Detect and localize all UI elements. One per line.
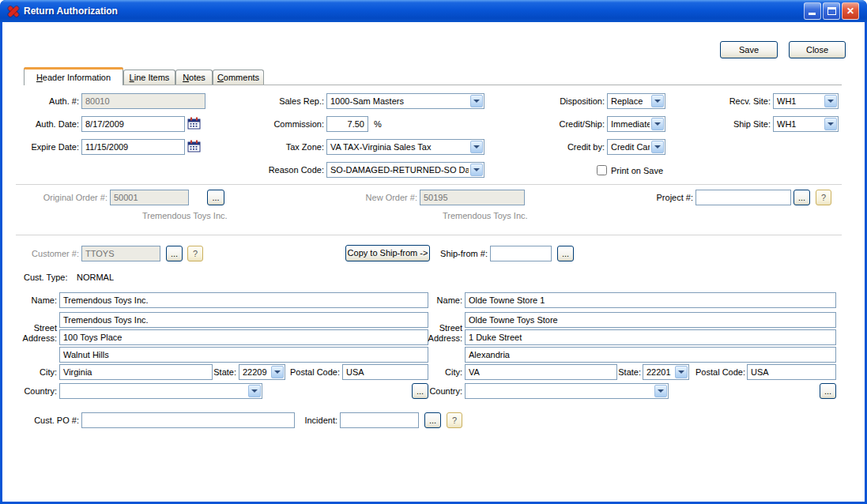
percent-label: % bbox=[374, 116, 390, 132]
title-bar: Return Authorization ✕ bbox=[0, 0, 867, 22]
chevron-down-icon bbox=[651, 95, 664, 107]
commission-field[interactable] bbox=[326, 116, 368, 132]
new-order-field[interactable] bbox=[420, 190, 525, 205]
calendar-icon bbox=[187, 140, 201, 152]
tab-baseline bbox=[24, 85, 842, 85]
return-authorization-window: Return Authorization ✕ Save Close Header… bbox=[0, 0, 867, 504]
recv-site-label: Recv. Site: bbox=[692, 93, 771, 109]
close-button[interactable]: Close bbox=[789, 41, 846, 58]
shipfrom-city-label: City: bbox=[405, 364, 462, 380]
billto-name-label: Name: bbox=[0, 292, 57, 308]
calendar-icon bbox=[187, 117, 201, 130]
maximize-icon bbox=[827, 7, 836, 15]
billto-address-line1-field[interactable] bbox=[59, 312, 428, 328]
shipfrom-country-select[interactable] bbox=[465, 383, 669, 399]
tab-line-items[interactable]: Line Items bbox=[123, 70, 175, 85]
save-button[interactable]: Save bbox=[720, 41, 778, 58]
chevron-down-icon bbox=[824, 118, 837, 130]
auth-number-label: Auth. #: bbox=[0, 93, 79, 109]
minimize-button[interactable] bbox=[804, 2, 821, 20]
billto-address-line3-field[interactable] bbox=[59, 347, 428, 363]
auth-date-label: Auth. Date: bbox=[0, 116, 79, 132]
expire-date-calendar-button[interactable] bbox=[187, 140, 202, 155]
recv-site-select[interactable]: WH1 bbox=[773, 93, 839, 109]
print-on-save-checkbox[interactable] bbox=[597, 165, 607, 175]
customer-number-label: Customer #: bbox=[0, 246, 79, 261]
incident-info-button[interactable]: ? bbox=[447, 412, 462, 428]
customer-type-label: Cust. Type: bbox=[24, 269, 73, 285]
expire-date-field[interactable] bbox=[81, 139, 185, 155]
shipfrom-postal-field[interactable] bbox=[747, 364, 836, 380]
commission-label: Commission: bbox=[245, 116, 324, 132]
billto-address-line2-field[interactable] bbox=[59, 329, 428, 345]
shipfrom-address-lookup-button[interactable]: ... bbox=[820, 383, 836, 399]
incident-lookup-button[interactable]: ... bbox=[424, 412, 441, 428]
original-order-label: Original Order #: bbox=[0, 190, 107, 205]
project-number-field[interactable] bbox=[695, 190, 791, 205]
customer-info-button[interactable]: ? bbox=[187, 246, 203, 261]
tab-header-information[interactable]: Header Information bbox=[24, 67, 123, 85]
close-window-button[interactable]: ✕ bbox=[842, 2, 859, 20]
ship-from-lookup-button[interactable]: ... bbox=[557, 246, 574, 261]
project-info-button[interactable]: ? bbox=[816, 190, 831, 205]
auth-date-calendar-button[interactable] bbox=[187, 117, 202, 132]
shipfrom-name-label: Name: bbox=[405, 292, 462, 308]
section-divider bbox=[16, 184, 842, 185]
maximize-button[interactable] bbox=[823, 2, 840, 20]
sales-rep-label: Sales Rep.: bbox=[245, 93, 324, 109]
billto-state-label: State: bbox=[189, 364, 236, 380]
print-on-save-label: Print on Save bbox=[611, 163, 682, 179]
credit-ship-select[interactable]: Immediately bbox=[607, 116, 665, 132]
billto-country-select[interactable] bbox=[59, 383, 262, 399]
billto-street-label: Street Address: bbox=[9, 323, 57, 344]
shipfrom-state-select[interactable]: 22201 bbox=[643, 364, 689, 380]
ship-from-number-label: Ship-from #: bbox=[409, 246, 488, 261]
reason-code-select[interactable]: SO-DAMAGED-RETURNED-SO Damage bbox=[326, 162, 484, 178]
customer-lookup-button[interactable]: ... bbox=[166, 246, 183, 261]
shipfrom-name-field[interactable] bbox=[465, 292, 836, 308]
shipfrom-address-line1-field[interactable] bbox=[465, 312, 836, 328]
original-order-field[interactable] bbox=[110, 190, 189, 205]
project-lookup-button[interactable]: ... bbox=[793, 190, 810, 205]
billto-city-label: City: bbox=[0, 364, 57, 380]
chevron-down-icon bbox=[470, 141, 483, 153]
original-order-lookup-button[interactable]: ... bbox=[207, 190, 224, 205]
credit-by-select[interactable]: Credit Card bbox=[607, 139, 665, 155]
reason-code-label: Reason Code: bbox=[245, 162, 324, 178]
credit-by-label: Credit by: bbox=[526, 139, 605, 155]
auth-date-field[interactable] bbox=[81, 116, 185, 132]
credit-ship-label: Credit/Ship: bbox=[526, 116, 605, 132]
ship-from-number-field[interactable] bbox=[490, 246, 552, 261]
tab-notes[interactable]: Notes bbox=[175, 70, 213, 85]
sales-rep-select[interactable]: 1000-Sam Masters bbox=[326, 93, 484, 109]
new-order-label: New Order #: bbox=[338, 190, 417, 205]
tax-zone-select[interactable]: VA TAX-Virginia Sales Tax bbox=[326, 139, 484, 155]
shipfrom-address-line2-field[interactable] bbox=[465, 329, 836, 345]
auth-number-field[interactable] bbox=[81, 93, 205, 109]
chevron-down-icon bbox=[824, 95, 837, 107]
billto-name-field[interactable] bbox=[59, 292, 428, 308]
chevron-down-icon bbox=[470, 164, 483, 176]
tax-zone-label: Tax Zone: bbox=[245, 139, 324, 155]
ship-site-select[interactable]: WH1 bbox=[773, 116, 839, 132]
chevron-down-icon bbox=[654, 385, 667, 397]
chevron-down-icon bbox=[248, 385, 261, 397]
disposition-select[interactable]: Replace bbox=[607, 93, 665, 109]
chevron-down-icon bbox=[470, 95, 483, 107]
ship-site-label: Ship Site: bbox=[692, 116, 771, 132]
shipfrom-country-label: Country: bbox=[405, 383, 462, 399]
window-title: Return Authorization bbox=[24, 6, 118, 17]
shipfrom-postal-label: Postal Code: bbox=[684, 364, 745, 380]
minimize-icon bbox=[809, 13, 816, 15]
app-icon bbox=[7, 5, 20, 17]
customer-type-value: NORMAL bbox=[77, 269, 156, 285]
customer-number-field[interactable] bbox=[81, 246, 160, 261]
cust-po-label: Cust. PO #: bbox=[0, 412, 79, 428]
chevron-down-icon bbox=[651, 118, 664, 130]
shipfrom-address-line3-field[interactable] bbox=[465, 347, 836, 363]
billto-postal-label: Postal Code: bbox=[278, 364, 340, 380]
shipfrom-state-label: State: bbox=[594, 364, 641, 380]
tab-comments[interactable]: Comments bbox=[213, 70, 264, 85]
chevron-down-icon bbox=[651, 141, 664, 153]
incident-field[interactable] bbox=[340, 412, 419, 428]
